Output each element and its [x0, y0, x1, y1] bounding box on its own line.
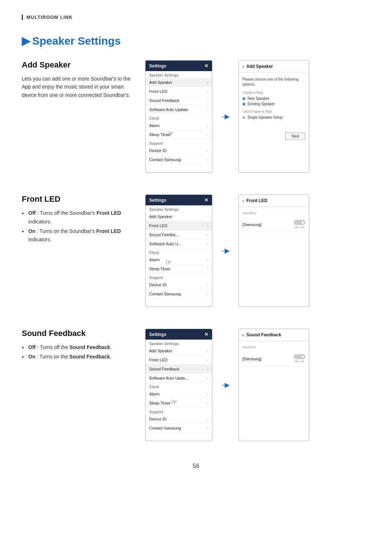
sound-feedback-screens: Settings ✕ Speaker Settings Add Speaker … [145, 329, 370, 441]
bullet-off-bold: Off [28, 344, 36, 350]
back-arrow-icon[interactable]: ‹ [242, 63, 244, 69]
group-label-support: Support [146, 408, 212, 415]
bullet-off: Off : Turns off the Soundbar's Front LED… [22, 209, 134, 226]
item-text: Software Auto U... [149, 242, 181, 246]
item-text: Sound Feedback [149, 98, 179, 103]
toggle-control[interactable]: Off On [294, 220, 305, 229]
toggle-off-label: Off [295, 226, 299, 229]
chevron-icon: › [207, 99, 208, 103]
detail-header: ‹ Add Speaker [239, 61, 309, 73]
chevron-icon: › [207, 158, 208, 162]
new-speaker-option[interactable]: New Speaker [242, 97, 305, 100]
next-button[interactable]: Next [285, 132, 305, 140]
toggle-labels: Off On [295, 360, 304, 363]
item-text: Front LED [149, 89, 167, 94]
settings-item-sound-feedback[interactable]: Sound Feedback › [146, 96, 212, 105]
item-text: Software Auto Update [149, 107, 188, 112]
chevron-icon: › [207, 81, 208, 85]
settings-item-software-update[interactable]: Software Auto Update › [146, 105, 212, 114]
bullet-on: On : Turns on the Sound Feedback. [22, 353, 134, 361]
settings-item-software-update[interactable]: Software Auto U... › [146, 239, 212, 249]
bullet-off-bold: Off [28, 210, 36, 216]
settings-item-contact-samsung[interactable]: Contact Samsung › [146, 290, 212, 299]
toggle-control[interactable]: Off On [294, 354, 305, 363]
group-label-clock: Clock [146, 114, 212, 121]
settings-item-sleep-timer[interactable]: Sleep Timer › [146, 264, 212, 274]
settings-item-add-speaker[interactable]: Add Speaker › [146, 78, 212, 87]
settings-item-front-led[interactable]: Front LED › [146, 87, 212, 96]
item-text: Add Speaker [149, 349, 172, 353]
add-speaker-text: Add Speaker Lets you can add one or more… [22, 60, 134, 99]
settings-item-sound-feedback[interactable]: Sound Feedba... › [146, 230, 212, 239]
settings-item-contact-samsung[interactable]: Contact Samsung › [146, 155, 212, 164]
settings-item-contact-samsung[interactable]: Contact Samsung › [146, 424, 212, 433]
close-icon[interactable]: ✕ [204, 63, 208, 69]
led-toggle-row: [Samsung] Off On [242, 217, 305, 232]
add-speaker-desc: Lets you can add one or more Soundbar's … [22, 75, 134, 99]
option-dot [242, 116, 245, 119]
item-text: Contact Samsung [149, 292, 181, 296]
toggle-on-label: On [300, 360, 304, 363]
toggle-thumb [301, 355, 305, 358]
bullet-on-bold: On [28, 228, 35, 234]
group-label-speaker: Speaker Settings [146, 340, 212, 346]
item-text: Sleep Timer [149, 267, 171, 271]
item-text: Add Speaker [149, 80, 172, 85]
chevron-icon: › [207, 124, 208, 128]
chevron-icon: › [207, 267, 208, 271]
arrow-connector: ···▶ [218, 247, 233, 255]
bullet-on: On : Turns on the Soundbar's Front LED i… [22, 227, 134, 245]
existing-speaker-option[interactable]: Existing Speaker [242, 102, 305, 106]
arrow-connector: ···▶ [218, 381, 233, 389]
sound-feedback-detail-screen: ‹ Sound Feedback Speakers [Samsung] Off [238, 329, 309, 441]
settings-item-device-id[interactable]: Device ID › [146, 280, 212, 290]
settings-item-software-update[interactable]: Software Auto Upda... › [146, 374, 212, 383]
settings-item-front-led[interactable]: Front LED › [146, 221, 212, 230]
item-text: Sound Feedback [149, 367, 179, 371]
settings-item-sleep-timer[interactable]: Sleep Timer › [146, 399, 212, 408]
sound-feedback-bullets: Off : Turns off the Sound Feedback. On :… [22, 343, 134, 361]
settings-item-sleep-timer[interactable]: Sleep Timer › [146, 130, 212, 139]
back-arrow-icon[interactable]: ‹ [242, 332, 244, 338]
front-led-detail-screen: ‹ Front LED Speakers [Samsung] Off [238, 194, 309, 307]
item-text: Sound Feedba... [149, 233, 179, 237]
single-speaker-option[interactable]: Single Speaker Setup [242, 115, 305, 119]
detail-body: Speakers [Samsung] Off On [239, 341, 309, 371]
back-arrow-icon[interactable]: ‹ [242, 198, 244, 204]
bullet-off: Off : Turns off the Sound Feedback. [22, 343, 134, 352]
settings-header: Settings ✕ [146, 329, 212, 340]
settings-item-alarm[interactable]: Alarm › [146, 121, 212, 130]
settings-item-sound-feedback[interactable]: Sound Feedback › [146, 365, 212, 374]
settings-item-alarm[interactable]: Alarm › [146, 255, 212, 264]
toggle-track[interactable] [294, 220, 305, 225]
toggle-thumb [301, 221, 305, 224]
option-dot [242, 97, 245, 100]
close-icon[interactable]: ✕ [204, 332, 208, 337]
chevron-icon: › [207, 233, 208, 237]
settings-item-device-id[interactable]: Device ID › [146, 415, 212, 424]
add-speaker-detail-screen: ‹ Add Speaker Please choose one of the f… [238, 60, 309, 173]
chevron-icon: › [207, 258, 208, 262]
add-speaker-title: Add Speaker [22, 60, 134, 70]
chevron-icon: › [207, 215, 208, 219]
option-label: Existing Speaker [248, 102, 275, 106]
device-label: [Samsung] [242, 222, 262, 227]
settings-title: Settings [149, 63, 166, 69]
settings-item-front-led[interactable]: Front LED › [146, 356, 212, 365]
bullet-off-sf-bold: Sound Feedback [69, 344, 110, 350]
toggle-track[interactable] [294, 354, 305, 359]
section-title: ▶Speaker Settings [22, 34, 370, 47]
option-label: New Speaker [248, 97, 269, 100]
settings-item-add-speaker[interactable]: Add Speaker › [146, 346, 212, 356]
detail-body: Speakers [Samsung] Off On [239, 207, 309, 237]
item-text: Add Speaker [149, 214, 172, 219]
item-text: Front LED [149, 223, 167, 228]
sound-feedback-title: Sound Feedback [22, 329, 134, 338]
settings-item-alarm[interactable]: Alarm › [146, 390, 212, 399]
settings-item-device-id[interactable]: Device ID › [146, 146, 212, 155]
close-icon[interactable]: ✕ [204, 197, 208, 203]
item-text: Alarm [149, 258, 160, 262]
chevron-icon: › [207, 108, 208, 112]
bullet-on-bold: On [28, 354, 35, 360]
settings-item-add-speaker[interactable]: Add Speaker › [146, 212, 212, 221]
